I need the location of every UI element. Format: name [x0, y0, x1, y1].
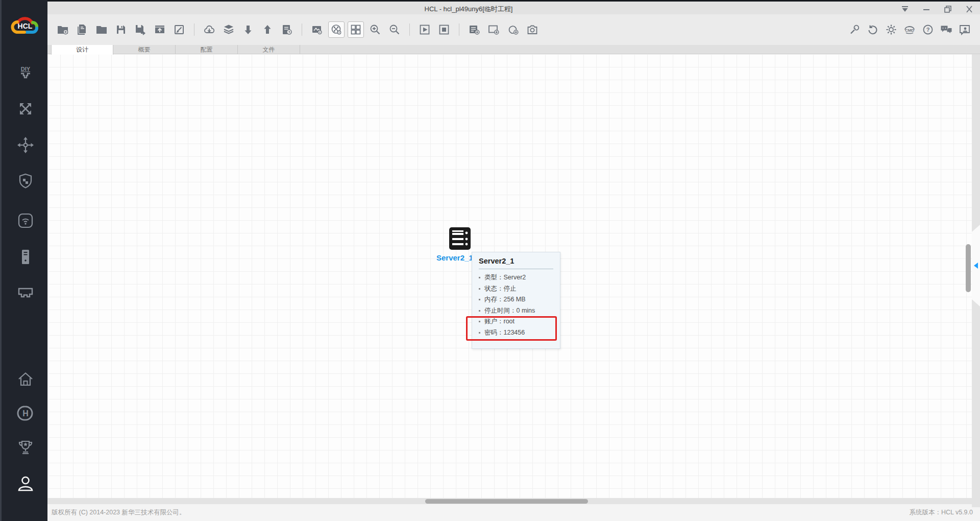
arrow-down-icon — [242, 23, 254, 36]
toolbar-collapse-button[interactable] — [898, 4, 912, 15]
topology-overview-toggle-button[interactable] — [328, 21, 345, 38]
edit-remark-button[interactable] — [171, 21, 187, 38]
save-as-button[interactable] — [132, 21, 149, 38]
export-button[interactable] — [259, 21, 276, 38]
wechat-contact-button[interactable] — [938, 21, 954, 38]
tools-button[interactable] — [846, 21, 863, 38]
start-all-button[interactable] — [416, 21, 433, 38]
tab-summary[interactable]: 概要 — [113, 45, 176, 54]
move-cross-icon — [16, 136, 35, 154]
restore-button[interactable] — [941, 4, 954, 15]
bullet-icon — [479, 288, 480, 290]
bullet-icon — [479, 310, 480, 312]
cloud-import-button[interactable] — [201, 21, 217, 38]
right-panel-gutter — [972, 54, 980, 507]
cmd-icon: CMD — [903, 23, 916, 36]
toolbar-separator — [459, 23, 459, 36]
tooltip-row-password: 密码：123456 — [479, 327, 553, 339]
h3c-circle-icon: H — [16, 404, 35, 422]
open-folder-button[interactable] — [93, 21, 110, 38]
hcl-cloud-logo-icon: HCL — [9, 14, 42, 37]
sidebar-item-host-devices[interactable] — [2, 246, 49, 268]
hcl-logo: HCL — [2, 13, 49, 38]
minimize-button[interactable] — [920, 4, 933, 15]
copyright-text: 版权所有 (C) 2014-2023 新华三技术有限公司。 — [52, 508, 186, 517]
snapshot-button[interactable] — [524, 21, 541, 38]
export-project-button[interactable] — [152, 21, 168, 38]
horizontal-scrollbar[interactable] — [47, 498, 972, 504]
sidebar-item-firewall-devices[interactable] — [2, 170, 49, 193]
grid-four-squares-icon — [350, 23, 362, 36]
tooltip-row-stoptime: 停止时间：0 mins — [479, 305, 553, 317]
bullet-icon — [479, 332, 480, 334]
folder-icon — [95, 23, 108, 36]
bullet-icon — [479, 321, 480, 322]
minimize-icon — [922, 5, 931, 13]
add-note-button[interactable] — [466, 21, 482, 38]
camera-icon — [526, 23, 538, 36]
help-button[interactable]: ? — [920, 21, 936, 38]
open-project-button[interactable] — [74, 21, 90, 38]
right-panel-expander[interactable] — [972, 225, 980, 306]
svg-text:HCL: HCL — [17, 22, 32, 30]
settings-button[interactable] — [883, 21, 899, 38]
sidebar-item-topology-expand[interactable] — [2, 98, 49, 120]
background-image-button[interactable] — [309, 21, 325, 38]
chat-bubbles-icon — [940, 23, 953, 36]
open-file-icon — [76, 23, 88, 36]
zoom-in-icon — [369, 23, 381, 36]
user-card-icon — [959, 23, 971, 36]
stop-all-button[interactable] — [436, 21, 452, 38]
sidebar-item-diy-devices[interactable]: DIY — [2, 62, 49, 84]
tab-files[interactable]: 文件 — [238, 45, 300, 54]
svg-text:?: ? — [926, 27, 930, 33]
tooltip-title: Server2_1 — [479, 257, 553, 265]
import-button[interactable] — [240, 21, 256, 38]
sidebar-item-router-devices[interactable] — [2, 134, 49, 156]
close-button[interactable] — [963, 4, 976, 15]
reset-button[interactable] — [865, 21, 881, 38]
sidebar-item-home[interactable] — [2, 368, 49, 390]
wifi-icon — [17, 212, 34, 229]
title-bar: HCL - hcl_pl49uny6[临时工程] — [47, 0, 980, 14]
device-layers-button[interactable] — [220, 21, 237, 38]
sidebar-item-connection-ports[interactable] — [2, 281, 49, 304]
sidebar-item-user-account[interactable] — [2, 472, 49, 495]
server-node[interactable] — [448, 226, 472, 251]
sidebar-item-h3c-community[interactable]: H — [2, 402, 49, 424]
undo-circle-icon — [867, 23, 879, 36]
horizontal-scrollbar-thumb[interactable] — [425, 499, 588, 504]
add-text-box-button[interactable] — [485, 21, 502, 38]
status-bar: 版权所有 (C) 2014-2023 新华三技术有限公司。 系统版本：HCL v… — [47, 504, 980, 521]
svg-text:H: H — [22, 409, 29, 418]
tab-bar: 设计 概要 配置 文件 — [47, 45, 980, 54]
cmd-console-button[interactable]: CMD — [901, 21, 918, 38]
help-icon: ? — [922, 23, 934, 36]
new-project-button[interactable] — [55, 21, 71, 38]
zoom-out-button[interactable] — [386, 21, 403, 38]
device-tooltip: Server2_1 类型：Server2 状态：停止 内存：256 MB 停止时… — [472, 252, 560, 349]
bullet-icon — [479, 277, 480, 278]
user-feedback-button[interactable] — [957, 21, 973, 38]
cloud-download-icon — [203, 23, 215, 36]
collapse-triangle-icon — [900, 5, 910, 13]
tab-config[interactable]: 配置 — [176, 45, 238, 54]
stop-icon — [438, 23, 450, 36]
server-icon — [448, 226, 472, 251]
sidebar-item-wireless-devices[interactable] — [2, 209, 49, 232]
project-log-button[interactable] — [279, 21, 295, 38]
tab-design[interactable]: 设计 — [51, 45, 113, 55]
svg-text:DIY: DIY — [20, 66, 30, 72]
layers-icon — [223, 23, 235, 36]
main-toolbar: CMD ? — [47, 14, 980, 45]
save-button[interactable] — [113, 21, 129, 38]
bullet-icon — [479, 299, 480, 300]
tooltip-row-status: 状态：停止 — [479, 283, 553, 295]
ethernet-port-icon — [16, 283, 35, 302]
sidebar-item-contest[interactable] — [2, 437, 49, 459]
tooltip-row-type: 类型：Server2 — [479, 272, 553, 283]
grid-layout-toggle-button[interactable] — [348, 21, 364, 38]
zoom-in-button[interactable] — [367, 21, 383, 38]
add-link-button[interactable] — [505, 21, 521, 38]
vertical-scrollbar-thumb[interactable] — [966, 244, 971, 292]
